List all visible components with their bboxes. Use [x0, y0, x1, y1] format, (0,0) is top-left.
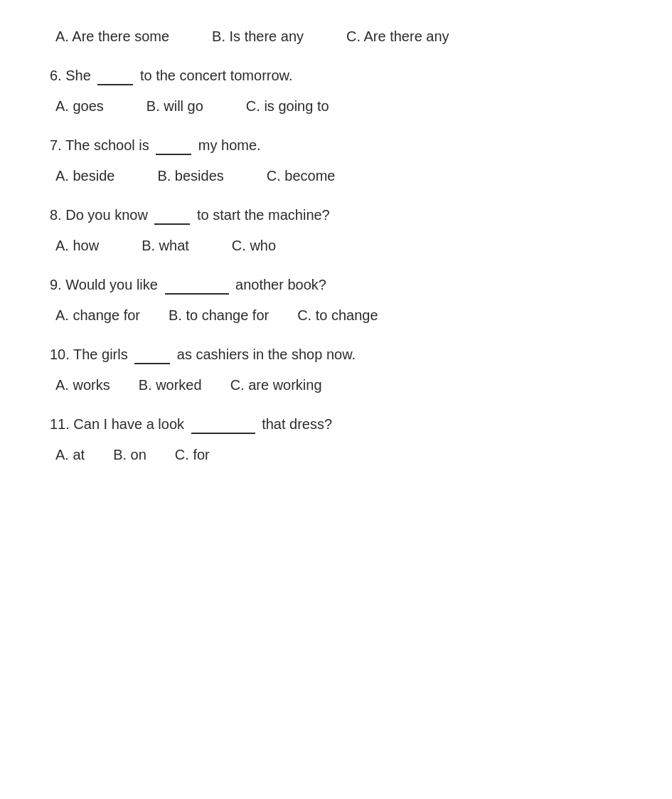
q7-block: 7. The school is my home. A. beside B. b…: [43, 137, 629, 184]
q11-blank: [191, 416, 255, 434]
q6-options: A. goes B. will go C. is going to: [43, 98, 629, 115]
quiz-container: A. Are there some B. Is there any C. Are…: [43, 28, 629, 463]
q7-options: A. beside B. besides C. become: [43, 168, 629, 184]
q8-options: A. how B. what C. who: [43, 238, 629, 254]
q8-option-a: A. how: [55, 238, 99, 254]
q10-option-b: B. worked: [139, 377, 202, 393]
q9-option-c: C. to change: [297, 307, 378, 324]
q6-option-b: B. will go: [146, 98, 203, 115]
q9-blank: [165, 277, 229, 295]
q8-text: 8. Do you know to start the machine?: [43, 207, 629, 225]
q10-blank: [134, 346, 170, 364]
q9-options: A. change for B. to change for C. to cha…: [43, 307, 629, 324]
q5-option-b: B. Is there any: [212, 28, 304, 45]
q8-option-b: B. what: [142, 238, 189, 254]
q6-text: 6. She to the concert tomorrow.: [43, 68, 629, 85]
q6-option-a: A. goes: [55, 98, 104, 115]
q6-blank: [97, 68, 133, 85]
q11-option-b: B. on: [113, 447, 146, 463]
q7-text: 7. The school is my home.: [43, 137, 629, 155]
q7-option-a: A. beside: [55, 168, 114, 184]
q8-blank: [154, 207, 190, 225]
q7-option-c: C. become: [267, 168, 336, 184]
q10-option-c: C. are working: [230, 377, 322, 393]
q7-blank: [156, 137, 191, 155]
q11-options: A. at B. on C. for: [43, 447, 629, 463]
q10-option-a: A. works: [55, 377, 110, 393]
q6-option-c: C. is going to: [246, 98, 329, 115]
q9-text: 9. Would you like another book?: [43, 277, 629, 295]
q10-options: A. works B. worked C. are working: [43, 377, 629, 393]
q11-text: 11. Can I have a look that dress?: [43, 416, 629, 434]
q6-block: 6. She to the concert tomorrow. A. goes …: [43, 68, 629, 115]
q7-option-b: B. besides: [157, 168, 223, 184]
q8-block: 8. Do you know to start the machine? A. …: [43, 207, 629, 254]
q10-text: 10. The girls as cashiers in the shop no…: [43, 346, 629, 364]
q5-options-row: A. Are there some B. Is there any C. Are…: [43, 28, 629, 45]
q11-block: 11. Can I have a look that dress? A. at …: [43, 416, 629, 463]
q11-option-c: C. for: [175, 447, 210, 463]
q9-option-a: A. change for: [55, 307, 140, 324]
q11-option-a: A. at: [55, 447, 85, 463]
q10-block: 10. The girls as cashiers in the shop no…: [43, 346, 629, 393]
q8-option-c: C. who: [232, 238, 276, 254]
q9-option-b: B. to change for: [169, 307, 269, 324]
q5-option-c: C. Are there any: [346, 28, 449, 45]
q9-block: 9. Would you like another book? A. chang…: [43, 277, 629, 324]
q5-option-a: A. Are there some: [55, 28, 169, 45]
